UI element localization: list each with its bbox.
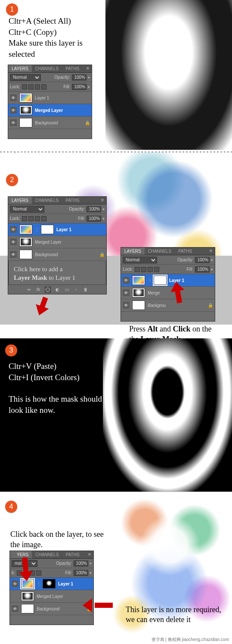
layer-row-layer1[interactable]: 👁 ⋮ Layer 1 — [8, 223, 106, 236]
hint-bold: Layer Mask — [14, 274, 47, 281]
blend-mode-select[interactable]: Normal — [10, 206, 44, 213]
opacity-arrow-icon[interactable]: ▸ — [88, 75, 90, 79]
panel-menu-icon[interactable]: ≡ — [99, 197, 106, 204]
empty-space — [8, 129, 92, 139]
layer-name: Layer 1 — [56, 227, 71, 232]
group-icon[interactable]: ▭ — [64, 287, 70, 293]
lock-pixels-icon[interactable] — [28, 84, 34, 90]
lock-transparency-icon[interactable] — [22, 216, 27, 221]
mask-thumb-selected[interactable] — [154, 276, 167, 285]
lock-transparency-icon[interactable] — [135, 267, 140, 272]
layers-list: 👁 Layer 1 👁 Merged Layer 👁 Background 🔒 — [8, 92, 92, 139]
visibility-icon[interactable]: 👁 — [10, 251, 17, 258]
blend-mode-select[interactable]: Normal — [10, 74, 41, 81]
lock-transparency-icon[interactable] — [22, 84, 27, 90]
fill-input[interactable] — [195, 266, 210, 272]
fill-input[interactable] — [72, 84, 87, 90]
visibility-icon[interactable]: 👁 — [10, 119, 17, 126]
trash-icon[interactable]: 🗑 — [83, 287, 89, 293]
layer-row-background[interactable]: 👁 Background 🔒 — [8, 117, 92, 129]
tab-channels[interactable]: CHANNELS — [32, 197, 62, 204]
layer-row-background[interactable]: 👁 Backgrou 🔒 — [121, 299, 215, 312]
tab-channels[interactable]: CHANNELS — [32, 551, 62, 558]
layer-row-background[interactable]: 👁 Background 🔒 — [10, 603, 93, 615]
lock-all-icon[interactable] — [36, 570, 41, 576]
tab-layers[interactable]: LAYERS — [121, 248, 145, 255]
fill-arrow-icon[interactable]: ▸ — [103, 217, 105, 220]
opacity-input[interactable] — [195, 257, 210, 263]
visibility-icon[interactable]: 👁 — [12, 605, 19, 612]
layer-thumb — [19, 105, 32, 115]
layer-thumb — [21, 604, 34, 613]
fill-arrow-icon[interactable]: ▸ — [90, 571, 92, 575]
step-1-section: 1 Cltr+A (Select All) Cltr+C (Copy) Make… — [0, 0, 232, 152]
blend-mode-select[interactable]: Normal — [123, 257, 157, 263]
portrait-inverted-mask — [103, 338, 232, 492]
visibility-icon[interactable]: 👁 — [10, 107, 17, 114]
opacity-arrow-icon[interactable]: ▸ — [103, 207, 105, 211]
layer-thumb — [132, 300, 145, 310]
tab-paths[interactable]: PATHS — [175, 248, 195, 255]
layer-row-layer1[interactable]: 👁 ⋮ Layer 1 — [121, 274, 215, 287]
visibility-icon[interactable]: 👁 — [12, 580, 19, 587]
panel-menu-icon[interactable]: ≡ — [207, 248, 215, 255]
fill-label: Fill: — [186, 267, 193, 272]
layer-row-merged[interactable]: 👁 Merged Layer — [8, 104, 92, 117]
opacity-arrow-icon[interactable]: ▸ — [90, 561, 92, 565]
visibility-icon[interactable]: 👁 — [10, 238, 17, 245]
layer-row-layer1[interactable]: 👁 Layer 1 — [8, 92, 92, 104]
tab-channels[interactable]: CHANNELS — [32, 65, 62, 72]
step-4-hint: This layer is no more required, we can e… — [126, 605, 225, 625]
link-layers-icon[interactable]: ⇔ — [26, 287, 32, 293]
lock-row: Lock: Fill: ▸ — [8, 214, 106, 223]
fill-label: Fill: — [65, 570, 72, 575]
tab-layers[interactable]: LAYERS — [8, 65, 32, 72]
layer-row-merged[interactable]: Merged Layer — [10, 590, 93, 603]
lock-pixels-icon[interactable] — [28, 216, 34, 221]
lock-all-icon[interactable] — [154, 267, 159, 272]
visibility-icon[interactable]: 👁 — [10, 226, 17, 233]
layers-panel-2-right: LAYERS CHANNELS PATHS ≡ Normal Opacity: … — [121, 247, 215, 322]
opacity-input[interactable] — [72, 74, 87, 80]
lock-position-icon[interactable] — [148, 267, 153, 272]
s1-line3: Make sure this layer is selected — [9, 37, 103, 59]
opacity-input[interactable] — [74, 560, 88, 567]
fill-arrow-icon[interactable]: ▸ — [88, 85, 90, 89]
empty-space — [10, 615, 93, 625]
lock-icons — [22, 216, 46, 221]
lock-row: Lock: Fill: ▸ — [121, 265, 215, 274]
lock-position-icon[interactable] — [35, 84, 40, 90]
visibility-icon[interactable]: 👁 — [10, 94, 17, 101]
layer-row-merged[interactable]: 👁 Merged Layer — [8, 236, 106, 248]
fill-input[interactable] — [74, 570, 88, 576]
tab-paths[interactable]: PATHS — [62, 551, 83, 558]
visibility-icon[interactable]: 👁 — [123, 277, 130, 284]
tab-paths[interactable]: PATHS — [62, 197, 83, 204]
tab-layers[interactable]: LAYERS — [8, 197, 32, 204]
fill-arrow-icon[interactable]: ▸ — [211, 267, 213, 271]
layer-row-merged[interactable]: 👁 Merge — [121, 287, 215, 299]
panel-menu-icon[interactable]: ≡ — [86, 551, 93, 558]
lock-position-icon[interactable] — [35, 216, 40, 221]
opacity-input[interactable] — [87, 206, 101, 212]
opacity-label: Opacity: — [54, 75, 70, 80]
panel-menu-icon[interactable]: ≡ — [84, 65, 92, 72]
fx-icon[interactable]: fx — [35, 287, 41, 293]
opacity-arrow-icon[interactable]: ▸ — [211, 258, 213, 262]
fill-input[interactable] — [87, 216, 101, 222]
visibility-icon-off[interactable] — [12, 593, 19, 600]
b: Click — [173, 325, 191, 333]
visibility-icon[interactable]: 👁 — [123, 302, 130, 309]
lock-all-icon[interactable] — [41, 84, 46, 90]
new-layer-icon[interactable]: ▫ — [73, 287, 79, 293]
layer-row-background[interactable]: 👁 Background 🔒 — [8, 248, 106, 261]
b: Alt — [148, 325, 158, 333]
blend-row: Normal Opacity: ▸ — [8, 73, 92, 82]
visibility-icon[interactable]: 👁 — [123, 289, 130, 296]
add-mask-button[interactable] — [45, 287, 51, 293]
tab-paths[interactable]: PATHS — [62, 65, 83, 72]
lock-all-icon[interactable] — [41, 216, 46, 221]
tab-channels[interactable]: CHANNELS — [145, 248, 175, 255]
adjustment-icon[interactable]: ◐ — [54, 287, 60, 293]
lock-pixels-icon[interactable] — [141, 267, 146, 272]
